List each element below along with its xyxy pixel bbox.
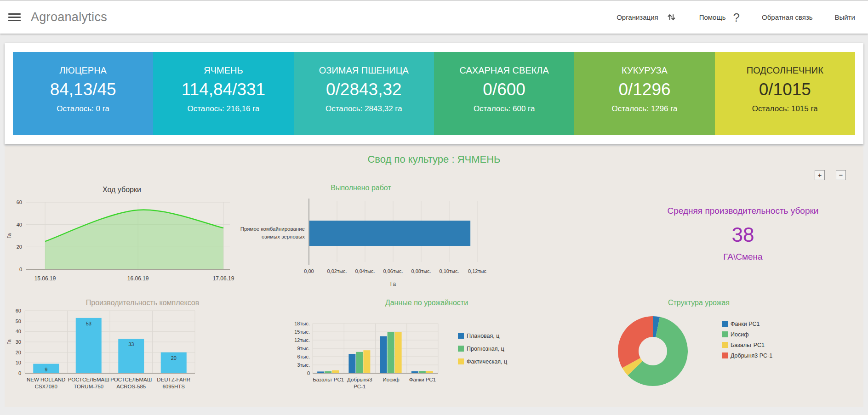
kpi-card-title: ЛЮЦЕРНА [13,65,153,76]
svg-text:Иосиф: Иосиф [383,377,399,382]
svg-text:0,06тыс.: 0,06тыс. [383,268,403,274]
nav-help-label: Помощь [699,13,726,21]
svg-text:Фанки РС1: Фанки РС1 [731,321,760,327]
svg-text:CSX7080: CSX7080 [35,384,57,389]
svg-text:Прямое комбайнирование: Прямое комбайнирование [240,226,305,232]
navbar-menu: Организация Помощь ? Обратная связь [617,11,855,23]
kpi-card-value: 114,84/331 [153,80,293,99]
kpi-card-subtitle: Осталось: 216,16 га [153,104,293,114]
svg-text:20: 20 [17,244,22,250]
kpi-card-title: ЯЧМЕНЬ [153,65,293,76]
svg-text:20: 20 [171,355,177,361]
nav-feedback-label: Обратная связь [762,13,813,21]
svg-text:0: 0 [18,370,21,376]
yield-data-section: Данные по урожайности 03тыс.6тыс.9тыс.12… [239,298,588,394]
kpi-card-lucerne[interactable]: ЛЮЦЕРНА 84,13/45 Осталось: 0 га [13,52,153,135]
kpi-card-sunflower[interactable]: ПОДСОЛНЕЧНИК 0/1015 Осталось: 1015 га [715,52,855,135]
svg-text:6тыс.: 6тыс. [297,354,310,359]
kpi-card-title: САХАРНАЯ СВЕКЛА [434,65,574,76]
kpi-card-title: ПОДСОЛНЕЧНИК [715,65,855,76]
svg-text:Плановая, ц: Плановая, ц [467,333,499,339]
svg-text:Базальт РС1: Базальт РС1 [313,377,344,382]
svg-text:0: 0 [19,267,22,272]
nav-logout-label: Выйти [835,13,855,21]
svg-text:0,08тыс.: 0,08тыс. [411,268,431,274]
agroanalytics-dashboard: Agroanalytics Организация Помощь ? О [0,0,868,415]
kpi-card-subtitle: Осталось: 1296 га [574,104,714,114]
charts-grid: Ход уборки 020406015.06.1916.06.1917.06.… [5,167,863,394]
svg-text:3тыс.: 3тыс. [297,362,310,368]
svg-text:РОСТСЕЛЬМАШ: РОСТСЕЛЬМАШ [68,377,109,382]
svg-text:30: 30 [16,339,21,345]
svg-text:60: 60 [16,308,21,313]
kpi-card-sugar-beet[interactable]: САХАРНАЯ СВЕКЛА 0/600 Осталось: 600 га [434,52,574,135]
kpi-card-barley[interactable]: ЯЧМЕНЬ 114,84/331 Осталось: 216,16 га [153,52,293,135]
harvest-structure-chart: Фанки РС1ИосифБазальт РС1Добрыня3 РС-1 [588,308,863,394]
kpi-card-value: 0/1296 [574,80,714,99]
nav-organization[interactable]: Организация [617,11,677,23]
harvest-progress-title: Ход уборки [5,186,239,194]
svg-text:DEUTZ-FAHR: DEUTZ-FAHR [157,377,190,382]
crops-summary-panel: ЛЮЦЕРНА 84,13/45 Осталось: 0 га ЯЧМЕНЬ 1… [5,43,863,144]
svg-text:6095HTS: 6095HTS [162,384,185,389]
svg-text:РС-1: РС-1 [354,384,365,389]
svg-text:0,02тыс.: 0,02тыс. [327,268,347,274]
svg-text:15тыс.: 15тыс. [294,329,310,335]
top-navbar: Agroanalytics Организация Помощь ? О [0,0,868,34]
svg-text:Га: Га [390,281,396,287]
yield-data-chart: 03тыс.6тыс.9тыс.12тыс.15тыс.18тыс.Базаль… [239,308,588,394]
svg-text:9: 9 [45,367,47,372]
complex-productivity-chart: 01020304050609NEW HOLLANDCSX708053РОСТСЕ… [5,308,239,394]
svg-text:Фанки РС1: Фанки РС1 [409,377,436,382]
svg-text:Прогнозная, ц: Прогнозная, ц [467,346,504,352]
kpi-card-title: ОЗИМАЯ ПШЕНИЦА [294,65,434,76]
kpi-card-value: 0/2843,32 [294,80,434,99]
svg-text:10: 10 [16,360,21,365]
app-title: Agroanalytics [31,10,107,24]
svg-text:18тыс.: 18тыс. [294,321,310,326]
kpi-card-value: 0/600 [434,80,574,99]
svg-text:33: 33 [128,341,134,347]
kpi-card-winter-wheat[interactable]: ОЗИМАЯ ПШЕНИЦА 0/2843,32 Осталось: 2843,… [294,52,434,135]
svg-text:TORUM-750: TORUM-750 [74,384,103,389]
svg-text:9тыс.: 9тыс. [297,346,310,351]
avg-productivity-unit: ГА\Смена [622,252,863,262]
svg-text:NEW HOLLAND: NEW HOLLAND [27,377,65,382]
avg-productivity-kpi: Средняя производительность уборки 38 ГА\… [588,206,863,262]
avg-productivity-value: 38 [622,223,863,246]
question-icon: ? [733,11,740,23]
kpi-card-title: КУКУРУЗА [574,65,714,76]
nav-logout[interactable]: Выйти [835,13,855,21]
svg-text:53: 53 [86,321,91,326]
nav-feedback[interactable]: Обратная связь [762,13,813,21]
svg-text:0,04тыс.: 0,04тыс. [355,268,375,274]
works-done-section: Выполнено работ 0,000,02тыс.0,04тыс.0,06… [239,167,588,298]
svg-text:40: 40 [16,329,21,334]
svg-text:Га: Га [6,339,12,344]
svg-text:20: 20 [16,350,21,355]
menu-icon[interactable] [8,11,21,23]
svg-text:12тыс.: 12тыс. [294,337,310,343]
complex-productivity-section: Производительность комплексов 0102030405… [5,298,239,394]
svg-text:Добрыня3 РС-1: Добрыня3 РС-1 [731,352,772,359]
kpi-cards-row: ЛЮЦЕРНА 84,13/45 Осталось: 0 га ЯЧМЕНЬ 1… [13,52,855,135]
kpi-card-value: 84,13/45 [13,80,153,99]
svg-text:Базальт РС1: Базальт РС1 [731,342,765,348]
svg-text:РОСТСЕЛЬМАШ: РОСТСЕЛЬМАШ [110,377,152,382]
svg-text:17.06.19: 17.06.19 [213,275,234,282]
nav-help[interactable]: Помощь ? [699,11,740,23]
kpi-card-subtitle: Осталось: 1015 га [715,104,855,114]
harvest-structure-section: Структура урожая Фанки РС1ИосифБазальт Р… [588,298,863,394]
svg-text:Фактическая, ц: Фактическая, ц [467,358,507,365]
avg-productivity-title: Средняя производительность уборки [622,206,863,216]
avg-productivity-section: Средняя производительность уборки 38 ГА\… [588,167,863,298]
complex-productivity-title: Производительность комплексов [25,299,260,307]
works-done-title: Выполнено работ [239,184,483,192]
svg-text:0,12тыс: 0,12тыс [468,268,486,274]
svg-text:Га: Га [6,233,12,238]
svg-text:озимых зерновых: озимых зерновых [262,234,305,239]
svg-text:Добрыня3: Добрыня3 [347,377,372,382]
kpi-card-corn[interactable]: КУКУРУЗА 0/1296 Осталось: 1296 га [574,52,714,135]
kpi-card-subtitle: Осталось: 600 га [434,104,574,114]
kpi-card-value: 0/1015 [715,80,855,99]
